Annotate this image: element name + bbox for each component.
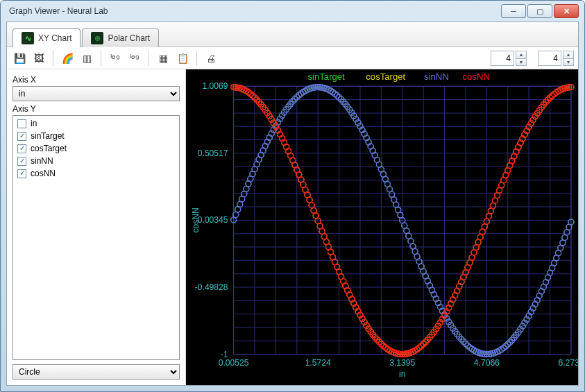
print-icon: 🖨 xyxy=(206,53,216,64)
svg-text:0.50517: 0.50517 xyxy=(198,148,228,158)
checkbox[interactable] xyxy=(17,132,26,141)
spinner-b-up[interactable]: ▲ xyxy=(563,51,574,58)
svg-text:cosNN: cosNN xyxy=(463,71,490,82)
save-button[interactable]: 💾 xyxy=(11,50,28,67)
window-title: Graph Viewer - Neural Lab xyxy=(6,6,501,16)
list-item-label: cosTarget xyxy=(31,143,67,154)
svg-text:0.00525: 0.00525 xyxy=(219,358,249,368)
spinner-b: ▲ ▼ xyxy=(538,51,574,66)
log-y-icon: ˡᵒᵍ xyxy=(130,53,139,64)
log-x-button[interactable]: ˡᵒᵍ xyxy=(107,50,124,67)
checkbox[interactable] xyxy=(17,157,26,166)
tab-label: XY Chart xyxy=(38,33,71,43)
left-panel: Axis X in Axis Y insinTargetcosTargetsin… xyxy=(7,69,186,385)
spinner-a-down[interactable]: ▼ xyxy=(516,58,527,66)
window-frame: Graph Viewer - Neural Lab ─ ▢ ✕ ∿ XY Cha… xyxy=(0,0,585,392)
list-item[interactable]: sinNN xyxy=(15,155,178,167)
export-button[interactable]: 🖼 xyxy=(31,50,47,67)
svg-rect-0 xyxy=(186,69,578,385)
list-item[interactable]: in xyxy=(15,117,178,130)
spinner-b-down[interactable]: ▼ xyxy=(563,58,574,66)
grayscale-icon: ▥ xyxy=(83,53,92,64)
svg-text:4.7066: 4.7066 xyxy=(474,358,500,368)
checkbox[interactable] xyxy=(17,169,26,178)
checkbox[interactable] xyxy=(17,119,26,128)
tab-xy-chart[interactable]: ∿ XY Chart xyxy=(12,28,80,47)
xy-chart-icon: ∿ xyxy=(22,32,34,44)
chart-area[interactable]: 0.005251.57243.13954.70666.2737in-1-0.49… xyxy=(186,69,578,385)
checkbox[interactable] xyxy=(17,144,26,153)
minimize-button[interactable]: ─ xyxy=(501,4,526,18)
grid-icon: ▦ xyxy=(159,53,168,64)
log-y-button[interactable]: ˡᵒᵍ xyxy=(126,50,143,67)
xy-chart: 0.005251.57243.13954.70666.2737in-1-0.49… xyxy=(186,69,578,385)
list-item[interactable]: cosTarget xyxy=(15,142,178,155)
svg-text:in: in xyxy=(399,369,405,379)
svg-text:-0.49828: -0.49828 xyxy=(195,282,228,292)
axis-y-checklist[interactable]: insinTargetcosTargetsinNNcosNN xyxy=(12,115,180,360)
list-item-label: sinNN xyxy=(31,155,53,167)
toolbar-divider xyxy=(101,51,101,66)
colors-button[interactable]: 🌈 xyxy=(59,50,76,67)
toolbar-divider xyxy=(196,51,197,66)
close-button[interactable]: ✕ xyxy=(554,4,579,18)
svg-text:3.1395: 3.1395 xyxy=(389,358,415,368)
spinner-a-up[interactable]: ▲ xyxy=(516,51,527,58)
svg-text:sinNN: sinNN xyxy=(424,71,449,82)
legend-icon: 📋 xyxy=(177,53,189,64)
print-button[interactable]: 🖨 xyxy=(203,50,219,67)
svg-text:1.5724: 1.5724 xyxy=(305,358,331,368)
list-item-label: sinTarget xyxy=(31,130,65,142)
svg-text:sinTarget: sinTarget xyxy=(308,71,346,82)
svg-text:cosNN: cosNN xyxy=(191,207,201,232)
titlebar[interactable]: Graph Viewer - Neural Lab ─ ▢ ✕ xyxy=(1,1,584,22)
maximize-button[interactable]: ▢ xyxy=(527,4,552,18)
list-item-label: cosNN xyxy=(31,168,56,179)
axis-y-label: Axis Y xyxy=(12,104,180,114)
svg-text:cosTarget: cosTarget xyxy=(366,71,405,82)
svg-text:-1: -1 xyxy=(221,350,228,359)
client-area: ∿ XY Chart ⊕ Polar Chart 💾 🖼 🌈 ▥ ˡᵒᵍ ˡᵒᵍ… xyxy=(6,22,579,386)
marker-combo[interactable]: Circle xyxy=(12,364,180,380)
svg-text:6.2737: 6.2737 xyxy=(558,358,578,368)
toolbar: 💾 🖼 🌈 ▥ ˡᵒᵍ ˡᵒᵍ ▦ 📋 🖨 ▲ ▼ xyxy=(7,47,578,69)
polar-chart-icon: ⊕ xyxy=(91,32,103,44)
list-item[interactable]: sinTarget xyxy=(15,130,178,142)
colors-icon: 🌈 xyxy=(62,53,74,64)
spinner-b-input[interactable] xyxy=(538,51,561,66)
spinner-a-input[interactable] xyxy=(491,51,514,66)
legend-button[interactable]: 📋 xyxy=(174,50,191,67)
list-item[interactable]: cosNN xyxy=(15,167,178,180)
toolbar-divider xyxy=(149,51,149,66)
log-x-icon: ˡᵒᵍ xyxy=(110,53,120,64)
tabbar: ∿ XY Chart ⊕ Polar Chart xyxy=(7,22,578,47)
svg-text:1.0069: 1.0069 xyxy=(203,81,228,91)
list-item-label: in xyxy=(31,118,37,129)
axis-x-combo[interactable]: in xyxy=(12,86,180,101)
svg-text:0.00345: 0.00345 xyxy=(198,215,228,225)
grid-button[interactable]: ▦ xyxy=(155,50,171,67)
tab-label: Polar Chart xyxy=(108,33,150,43)
save-icon: 💾 xyxy=(14,53,26,64)
tab-polar-chart[interactable]: ⊕ Polar Chart xyxy=(82,28,159,47)
axis-x-label: Axis X xyxy=(12,75,180,85)
export-icon: 🖼 xyxy=(34,53,44,64)
grayscale-button[interactable]: ▥ xyxy=(78,50,95,67)
toolbar-divider xyxy=(53,51,53,66)
spinner-a: ▲ ▼ xyxy=(491,51,527,66)
